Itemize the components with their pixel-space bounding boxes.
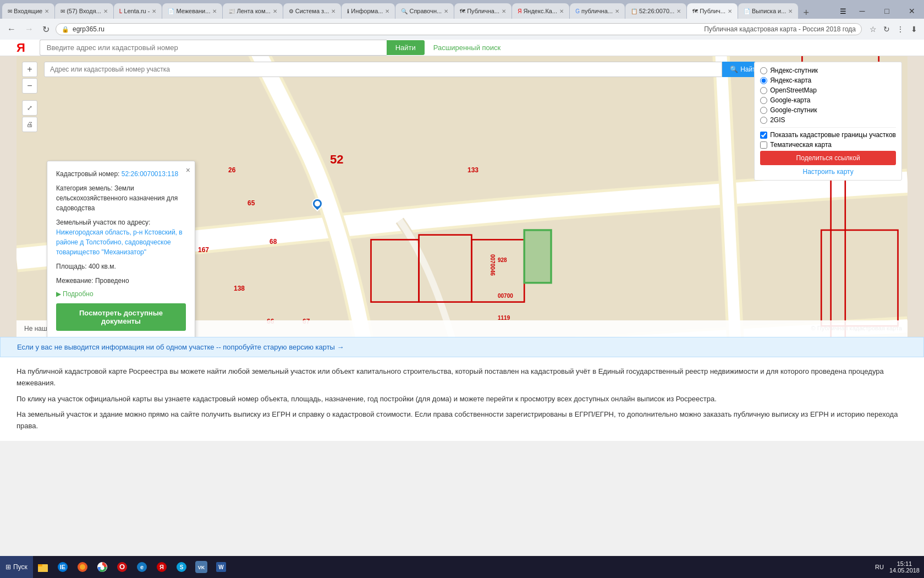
popup-docs-button[interactable]: Посмотреть доступные документы [56,303,186,331]
taskbar-time: 15:11 [897,560,912,567]
tab-5[interactable]: 📰Лента ком...✕ [223,3,282,19]
taskbar-icon-vk[interactable]: VK [193,558,210,576]
toolbar-icons: ☆ ↻ ⋮ ⬇ [867,24,920,35]
popup-cadastral-row: Кадастровый номер: 52:26:0070013:118 [56,169,186,179]
tab-1[interactable]: ✉Входящие✕ [2,3,54,19]
close-button[interactable]: ✕ [899,3,924,19]
map-label-0070046: 0070046 [490,254,496,276]
popup-close-button[interactable]: × [186,166,190,175]
layer-2gis[interactable]: 2GIS [760,116,896,124]
reload-button[interactable]: ↻ [40,23,52,36]
address-bar-row: ← → ↻ 🔒 egrp365.ru Публичная кадастровая… [0,19,924,40]
layer-osm[interactable]: OpenStreetMap [760,86,896,94]
map-search-input[interactable] [44,62,722,77]
svg-text:e: e [140,564,144,570]
site-search-input[interactable] [40,40,387,56]
minimize-button[interactable]: ─ [850,3,875,19]
map-container[interactable]: 26 52 133 65 167 68 77 138 66 67 21 0070… [16,56,908,337]
tab-12[interactable]: 📋52:26:0070...✕ [625,3,686,19]
taskbar-icon-yandex[interactable]: Я [153,558,170,576]
share-link-button[interactable]: Поделиться ссылкой [760,151,896,165]
address-bar[interactable]: 🔒 egrp365.ru Публичная кадастровая карта… [56,23,862,35]
hamburger-menu[interactable]: ☰ [837,7,850,15]
taskbar-icon-word[interactable]: W [212,558,230,576]
map-label-138: 138 [234,285,245,292]
browser-chrome: ✉Входящие✕ ✉(57) Входя...✕ LLenta.ru -✕ … [0,0,924,40]
taskbar-icon-firefox[interactable] [74,558,91,576]
svg-text:W: W [218,564,224,570]
tab-13-active[interactable]: 🗺Публич...✕ [687,3,738,19]
maximize-button[interactable]: □ [875,3,899,19]
forward-button[interactable]: → [22,23,36,35]
taskbar: ⊞ Пуск IE O e Я S VK W RU 15:11 14.05.20… [0,556,924,578]
map-controls: + − ⤢ 🖨 [22,62,37,132]
site-search-button[interactable]: Найти [387,40,425,55]
zoom-in-button[interactable]: + [22,62,37,77]
tab-3[interactable]: LLenta.ru -✕ [114,3,162,19]
map-label-133: 133 [468,166,479,174]
tab-4[interactable]: 📄Межевани...✕ [162,3,222,19]
layer-yandex-satellite[interactable]: Яндекс-спутник [760,67,896,74]
svg-point-24 [80,564,85,570]
site-header: Я Найти Расширенный поиск [0,40,924,56]
tab-10[interactable]: ЯЯндекс.Ка...✕ [512,3,569,19]
taskbar-icon-opera[interactable]: O [113,558,131,576]
download-button[interactable]: ⬇ [909,24,920,35]
svg-text:Я: Я [160,564,164,570]
svg-text:O: O [119,563,125,571]
new-tab-button[interactable]: + [799,7,813,19]
tab-6[interactable]: ⚙Система з...✕ [283,3,342,19]
map-info-popup: × Кадастровый номер: 52:26:0070013:118 К… [47,161,195,337]
browser-sync-button[interactable]: ↻ [881,24,892,35]
svg-point-26 [101,565,104,569]
tab-7[interactable]: ℹИнформа...✕ [342,3,395,19]
svg-text:S: S [179,564,183,570]
taskbar-icon-skype[interactable]: S [173,558,190,576]
configure-map-link[interactable]: Настроить карту [760,168,896,176]
popup-address-row: Земельный участок по адресу: Нижегородск… [56,217,186,257]
map-label-167: 167 [198,246,209,254]
back-button[interactable]: ← [4,23,19,35]
map-layer-panel: Яндекс-спутник Яндекс-карта OpenStreetMa… [754,62,902,181]
advanced-search-link[interactable]: Расширенный поиск [433,43,501,52]
map-section: 26 52 133 65 167 68 77 138 66 67 21 0070… [0,56,924,337]
site-logo: Я [16,41,25,55]
taskbar-right: RU 15:11 14.05.2018 [875,560,924,574]
map-label-928: 928 [498,257,507,263]
popup-detail-link[interactable]: ▶ Подробно [56,290,186,298]
tab-2[interactable]: ✉(57) Входя...✕ [55,3,113,19]
taskbar-icon-explorer[interactable] [34,558,52,576]
fullscreen-button[interactable]: ⤢ [22,100,37,116]
tab-14[interactable]: 📄Выписка и...✕ [738,3,798,19]
popup-address-link[interactable]: Нижегородская область, р-н Кстовский, в … [56,228,183,256]
print-button[interactable]: 🖨 [22,117,37,132]
info-para-2: По клику на участок официальной карты вы… [16,394,908,405]
site-search-bar: Найти [40,40,425,56]
taskbar-icon-ie2[interactable]: e [133,558,151,576]
browser-settings-button[interactable]: ⋮ [894,24,906,35]
svg-text:IE: IE [60,564,65,570]
svg-rect-20 [38,564,42,566]
popup-cadastral-number-link[interactable]: 52:26:0070013:118 [122,170,178,178]
zoom-out-button[interactable]: − [22,78,37,94]
svg-rect-19 [38,566,48,572]
map-label-00700: 00700 [498,293,513,299]
map-pin [312,198,323,209]
info-para-3: На земельный участок и здание можно прям… [16,409,908,432]
info-warning-bar: Если у вас не выводится информация ни об… [0,337,924,357]
layer-google-satellite[interactable]: Google-спутник [760,106,896,114]
bookmark-star-button[interactable]: ☆ [867,24,879,35]
page-title-in-bar: Публичная кадастровая карта - Россия 201… [704,25,856,33]
tab-8[interactable]: 🔍Справочн...✕ [395,3,454,19]
tab-9[interactable]: 🗺Публична...✕ [454,3,512,19]
layer-cadastral-borders[interactable]: Показать кадастровые границы участков [760,131,896,139]
taskbar-icon-app1[interactable]: IE [54,558,72,576]
taskbar-date: 14.05.2018 [889,567,920,574]
layer-google-map[interactable]: Google-карта [760,96,896,104]
layer-yandex-map[interactable]: Яндекс-карта [760,77,896,84]
start-button[interactable]: ⊞ Пуск [0,556,33,578]
taskbar-icon-chrome[interactable] [94,558,111,576]
tab-11[interactable]: Gпублична...✕ [570,3,625,19]
taskbar-lang: RU [875,564,884,570]
layer-thematic-map[interactable]: Тематическая карта [760,141,896,149]
